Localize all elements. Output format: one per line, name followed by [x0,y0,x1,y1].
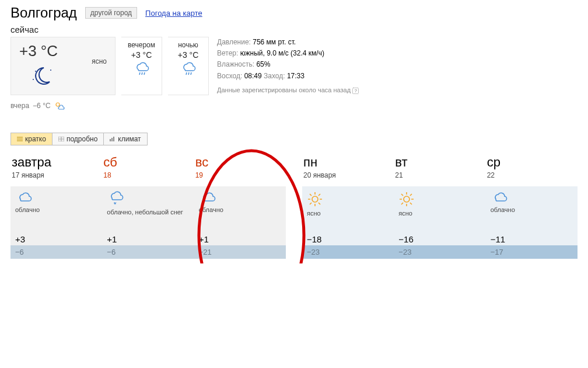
day-name: вс [195,155,286,170]
svg-point-2 [50,70,51,71]
day-temp-high: −18 [302,232,394,245]
day-temp-high: +1 [194,232,286,245]
day-date: 17 января [12,171,102,179]
current-weather-card: +3 °C ясно [10,37,116,95]
day-temp-low: −6 [102,245,194,259]
sunset-value: 17:33 [287,72,304,80]
pressure-label: Давление: [217,38,251,46]
sun-icon [398,191,481,207]
pressure-value: 756 мм рт. ст. [253,38,296,46]
data-age-text: Данные зарегистрированы около часа назад [217,86,351,93]
day-name: завтра [12,155,102,170]
cloud-icon [15,191,97,204]
svg-rect-6 [111,138,113,141]
forecast-day[interactable]: вт21ясно−16−23 [394,155,485,259]
humidity-label: Влажность: [217,60,254,68]
day-condition: облачно [15,206,97,213]
svg-point-9 [404,196,410,202]
rain-cloud-icon [134,61,150,77]
day-temp-high: +3 [10,232,102,245]
bars-icon [110,137,116,141]
cloud-icon [199,191,281,204]
svg-point-1 [33,79,34,80]
table-icon [58,137,64,141]
now-label: сейчас [10,25,578,34]
night-temp: +3 °C [178,50,199,60]
day-temp-low: −21 [194,245,286,259]
humidity-value: 65% [256,60,270,68]
cloud-icon [491,191,573,204]
cloud-snow-icon [107,191,189,206]
yesterday-row: вчера −6 °C [10,101,578,110]
help-icon[interactable]: ? [352,88,359,94]
day-condition: облачно [199,206,281,213]
forecast-tabs: кратко подробно климат [10,133,148,145]
night-card: ночью +3 °C [168,37,209,95]
day-date: 22 [487,171,578,179]
night-label: ночью [178,41,198,49]
forecast-row: завтра17 январяоблачно+3−6сб18облачно, н… [10,155,578,259]
day-temp-high: −11 [486,232,578,245]
evening-temp: +3 °C [131,50,152,60]
day-condition: ясно [398,210,481,217]
forecast-day[interactable]: ср22облачно−11−17 [486,155,578,259]
day-condition: ясно [307,210,389,217]
day-temp-high: −16 [394,232,485,245]
weather-map-link[interactable]: Погода на карте [145,9,202,18]
forecast-day[interactable]: завтра17 январяоблачно+3−6 [10,155,102,259]
current-condition: ясно [92,57,107,65]
svg-point-3 [56,103,60,106]
day-date: 19 [195,171,286,179]
day-date: 18 [103,171,194,179]
svg-point-0 [35,71,36,72]
day-temp-low: −23 [394,245,485,259]
change-city-button[interactable]: другой город [85,7,137,19]
wind-label: Ветер: [217,49,238,57]
svg-rect-7 [113,137,114,141]
day-name: сб [103,155,194,170]
city-title: Волгоград [10,5,77,21]
rain-cloud-icon [180,61,197,77]
day-name: вт [395,155,485,170]
svg-point-8 [312,196,318,202]
yesterday-label: вчера [10,102,29,110]
day-temp-high: +1 [102,232,194,245]
svg-rect-5 [110,139,111,141]
wind-value: южный, 9.0 м/с (32.4 км/ч) [240,49,324,57]
day-condition: облачно, небольшой снег [107,209,189,216]
day-name: ср [487,155,578,170]
day-condition: облачно [491,206,573,213]
forecast-day[interactable]: пн20 январяясно−18−23 [302,155,394,259]
day-date: 20 января [303,171,394,179]
yesterday-temp: −6 °C [33,102,50,110]
evening-label: вечером [128,41,155,49]
sunrise-value: 08:49 [244,72,262,80]
partly-cloudy-icon [54,101,66,110]
sunset-label: Заход: [264,72,285,80]
day-date: 21 [395,171,485,179]
day-temp-low: −6 [10,245,102,259]
weather-details: Давление: 756 мм рт. ст. Ветер: южный, 9… [217,37,359,95]
day-name: пн [303,155,394,170]
day-temp-low: −23 [302,245,394,259]
evening-card: вечером +3 °C [121,37,162,95]
moon-clear-icon [29,64,54,90]
forecast-day[interactable]: вс19облачно+1−21 [194,155,286,259]
forecast-day[interactable]: сб18облачно, небольшой снег+1−6 [102,155,194,259]
day-temp-low: −17 [486,245,578,259]
sun-icon [307,191,389,207]
tab-brief[interactable]: кратко [11,133,52,145]
tab-climate[interactable]: климат [104,133,146,145]
list-icon [17,137,23,141]
sunrise-label: Восход: [217,72,242,80]
tab-detailed[interactable]: подробно [52,133,104,145]
